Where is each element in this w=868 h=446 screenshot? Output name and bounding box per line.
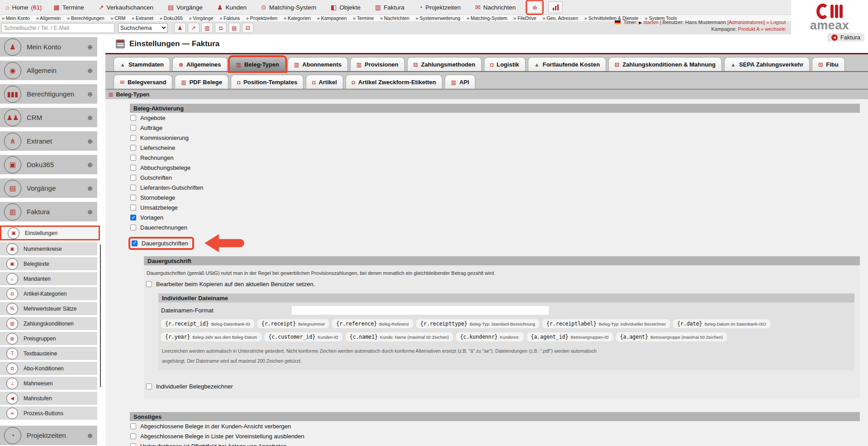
checkbox[interactable] [130,423,136,429]
logout-link[interactable]: » Logout [766,19,786,25]
tab[interactable]: ▥ Beleg-Typen [230,57,285,71]
sidebar-subitem[interactable]: ▥ Zahlungskonditionen [0,317,97,330]
sidebar-category[interactable]: ▣ Doku365 [0,155,97,174]
sidebar-subitem[interactable]: % Mehrwertsteuer Sätze [0,302,97,315]
checkbox-label[interactable]: Verkaufschance ist Pflichtfeld bei Anlag… [140,443,287,446]
sidebar-subitem[interactable]: ▣ Nummernkreise [0,242,97,255]
token-chip[interactable]: {r.receiptlabel} Beleg-Typ: individuelle… [542,319,670,328]
token-chip[interactable]: {r.receipt_id} Beleg-Datenbank-ID [161,319,254,328]
expand-plus-icon[interactable] [87,161,93,168]
breadcrumb-item[interactable]: » Termine [353,15,374,21]
nav-item[interactable]: ⌂ Home (61) [5,4,42,11]
nav-item[interactable]: ◧ Objekte [331,4,363,11]
nav-item[interactable]: ▦ Termine [54,4,87,11]
checkbox[interactable] [130,225,136,230]
printer-icon[interactable]: ⊟ [242,23,254,33]
sidebar-category[interactable]: ▮▮▮ Berechtigungen [0,84,97,104]
breadcrumb-item[interactable]: » Geo, Adressen [543,15,578,21]
checkbox[interactable] [130,205,136,211]
checkbox[interactable] [130,195,136,201]
checkbox-label[interactable]: Dauergutschriften [142,240,188,247]
sidebar-subitem[interactable]: T Textbausteine [0,347,97,360]
checkbox[interactable] [146,384,152,389]
bar-chart-icon[interactable] [548,1,563,13]
breadcrumb-item[interactable]: » Allgemein [36,15,61,21]
checkbox-label[interactable]: Abbuchungsbelege [140,164,190,171]
tab[interactable]: ⊛ Allgemeines [172,57,228,71]
filename-format-input[interactable] [291,306,549,315]
sidebar-category[interactable]: ♟ Mein Konto [0,37,97,57]
breadcrumb-item[interactable]: » Faktura [220,15,240,21]
tab[interactable]: ◘ Logistik [484,57,526,71]
breadcrumb-item[interactable]: » Mein Konto [2,15,30,21]
checkbox[interactable] [130,433,136,439]
checkbox-label[interactable]: Abgeschlossene Belege in Liste per Vorei… [140,433,304,440]
tab[interactable]: ▥ API [445,75,475,89]
sidebar-subitem[interactable]: ◘ Abo-Konditionen [0,362,97,375]
system-settings-gears-icon[interactable]: ⊛ [527,1,542,13]
checkbox-label[interactable]: Dauerrechnungen [140,224,187,231]
token-chip[interactable]: {r.date} Beleg-Datum im Datenbank-ISO [673,319,770,328]
sidebar-subitem[interactable]: ◀ Mahnstufen [0,392,97,405]
tab[interactable]: ⊟ Zahlungskonditionen & Mahnung [608,57,722,71]
line-chart-icon[interactable]: ↗ [188,23,199,33]
sidebar-subitem[interactable]: ⌂ Mandanten [0,272,97,285]
ledger-icon[interactable]: ▥ [201,23,213,33]
breadcrumb-item[interactable]: » Vorgänge [189,15,213,21]
expand-plus-icon[interactable] [87,432,93,439]
checkbox-label[interactable]: Bearbeiter beim Kopieren auf den aktuell… [156,281,315,288]
expand-plus-icon[interactable] [87,43,93,51]
expand-plus-icon[interactable] [87,185,93,192]
token-chip[interactable]: {a.agent} Betreuergruppe (maximal 50 Zei… [616,332,727,341]
token-chip[interactable]: {r.reference} Beleg-Referenz [332,319,413,328]
tab[interactable]: ✉ Belegversand [114,75,172,89]
breadcrumb-item[interactable]: » Nachrichten [380,15,409,21]
token-chip[interactable]: {c.name1} Kunde: Name (maximal 50 Zeiche… [346,332,453,341]
expand-plus-icon[interactable] [87,114,93,121]
breadcrumb-item[interactable]: » Matching-System [467,15,508,21]
tab[interactable]: ⊟ Zahlungsmethoden [407,57,482,71]
expand-plus-icon[interactable] [87,91,93,98]
sidebar-category[interactable]: ▤ Vorgänge [0,178,97,198]
breadcrumb-item[interactable]: » CRM [111,15,126,21]
sidebar-subitem[interactable]: ∞ Prozess-Buttons [0,407,97,420]
sidebar-category[interactable]: ▥ Faktura [0,202,97,221]
nav-item[interactable]: ⊙ Matching-System [261,4,319,11]
tab[interactable]: ▲ Fortlaufende Kosten [528,57,606,71]
token-chip[interactable]: {c.kundennr} Kundennr. [456,332,523,341]
checkbox[interactable] [132,240,138,246]
breadcrumb-item[interactable]: » Kampagnen [317,15,346,21]
checkbox[interactable] [130,155,136,161]
tab[interactable]: ▥ PDF Belege [175,75,228,89]
nav-item[interactable]: ♟ Kunden [217,4,249,11]
expand-plus-icon[interactable] [87,208,93,216]
checkbox-label[interactable]: Angebote [140,115,166,121]
contacts-icon[interactable]: ♟ [174,23,186,33]
sidebar-subitem[interactable]: ◍ Preisgruppen [0,332,97,345]
sidebar-category[interactable]: ⋔ Extranet [0,131,97,151]
checkbox[interactable] [130,185,136,191]
timer-start-link[interactable]: starten [643,19,659,25]
token-chip[interactable]: {a.agent_id} Betreuergruppen-ID [527,332,613,341]
breadcrumb-item[interactable]: » Doku365 [160,15,183,21]
expand-plus-icon[interactable] [87,138,93,145]
sidebar-category[interactable]: ◉ Allgemein [0,61,97,80]
tab[interactable]: ▥ Abonnements [288,57,348,71]
sidebar-subitem[interactable]: ⊥ Mahnwesen [0,377,97,390]
search-schema-select[interactable]: Suchschema [118,23,168,33]
tab[interactable]: ◘ Artikel [306,75,343,89]
expand-plus-icon[interactable] [87,67,93,74]
token-chip[interactable]: {c.customer_id} Kunden-ID [265,332,342,341]
campaign-switch-link[interactable]: » wechseln [761,26,786,32]
tab[interactable]: ▲ Stammdaten [114,57,170,71]
checkbox-label[interactable]: Rechnungen [140,154,174,161]
checkbox[interactable] [146,281,152,287]
token-chip[interactable]: {r.receipttype} Beleg-Typ: Standard-Beze… [416,319,539,328]
tab[interactable]: ◘ Position-Templates [231,75,304,89]
sidebar-category[interactable]: ◔ Projektzeiten [0,426,97,445]
checkbox-label[interactable]: Vorlagen [140,214,163,221]
nav-item[interactable]: ↗ Verkaufschancen [99,4,156,11]
token-chip[interactable]: {r.year} Beleg-Jahr aus dem Beleg-Datum [161,332,261,341]
search-input[interactable] [1,23,114,33]
checkbox-label[interactable]: Aufträge [140,125,162,131]
